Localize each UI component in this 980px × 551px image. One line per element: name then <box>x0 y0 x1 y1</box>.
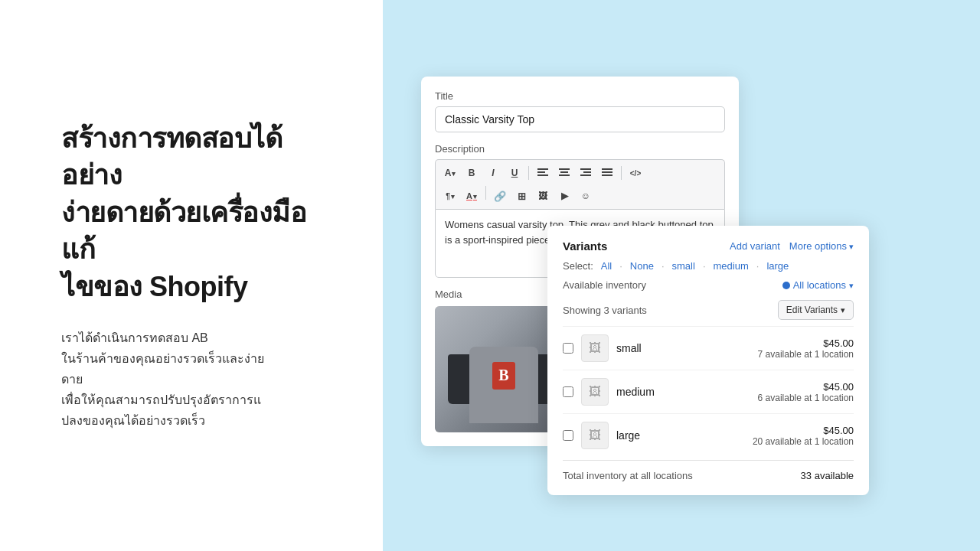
text-format-dropdown-icon <box>450 192 455 201</box>
toolbar-sep-3 <box>485 186 486 200</box>
heading-line3: ไขของ <box>61 271 142 302</box>
variant-checkbox-medium[interactable] <box>563 386 573 397</box>
align-left-btn[interactable] <box>533 163 553 183</box>
location-dot-icon <box>782 282 790 289</box>
svg-rect-4 <box>559 168 570 170</box>
jacket-sleeve-left <box>448 354 469 404</box>
total-inventory-label: Total inventory at all locations <box>563 470 693 481</box>
right-panel: Title Description A B I <box>383 0 980 551</box>
variant-stock-medium: 6 available at 1 location <box>758 393 854 403</box>
align-justify-btn[interactable] <box>597 163 617 183</box>
variant-price-info-small: $45.00 7 available at 1 location <box>758 337 854 360</box>
align-center-btn[interactable] <box>554 163 574 183</box>
variant-row-medium: 🖼 medium $45.00 6 available at 1 locatio… <box>563 370 854 413</box>
select-sep4: · <box>756 260 760 272</box>
svg-rect-0 <box>537 168 548 170</box>
variant-name-large: large <box>616 429 745 442</box>
description-toolbar: A B I U <box>435 159 725 209</box>
italic-btn[interactable]: I <box>483 163 503 183</box>
text-color-btn[interactable]: A <box>462 186 482 206</box>
inventory-row: Available inventory All locations <box>563 279 854 291</box>
svg-rect-8 <box>580 168 591 170</box>
left-content: สร้างการทดสอบได้อย่าง ง่ายดายด้วยเครื่อง… <box>61 120 337 432</box>
sub-line1: เราได้ดำเนินการทดสอบ AB <box>61 331 208 344</box>
more-options-btn[interactable]: More options <box>789 240 854 252</box>
variant-image-icon-small: 🖼 <box>589 341 601 355</box>
image-btn[interactable]: 🖼 <box>533 186 553 206</box>
svg-rect-12 <box>602 168 612 170</box>
code-btn[interactable]: </> <box>626 163 645 183</box>
align-right-icon <box>580 168 591 178</box>
variants-panel: Variants Add variant More options Select… <box>547 226 869 495</box>
link-btn[interactable]: 🔗 <box>490 186 510 206</box>
bold-btn[interactable]: B <box>462 163 482 183</box>
text-color-dropdown-icon <box>472 191 477 201</box>
heading-line1: สร้างการทดสอบได้อย่าง <box>61 122 282 191</box>
jacket-body: B <box>469 347 538 423</box>
select-sep2: · <box>662 260 665 272</box>
align-right-btn[interactable] <box>576 163 596 183</box>
sub-line4: เพื่อให้คุณสามารถปรับปรุงอัตราการแ <box>61 393 261 406</box>
letter-b: B <box>498 367 508 384</box>
variants-header: Variants Add variant More options <box>563 240 854 253</box>
paragraph-dropdown-icon <box>451 168 456 178</box>
main-heading: สร้างการทดสอบได้อย่าง ง่ายดายด้วยเครื่อง… <box>61 120 337 306</box>
underline-btn[interactable]: U <box>505 163 524 183</box>
all-locations-label: All locations <box>793 279 846 291</box>
variant-image-icon-large: 🖼 <box>589 429 601 442</box>
svg-rect-10 <box>580 174 591 176</box>
svg-rect-1 <box>537 171 545 173</box>
add-variant-btn[interactable]: Add variant <box>730 240 780 252</box>
align-center-icon <box>559 168 570 178</box>
select-sep1: · <box>619 260 622 272</box>
variant-price-info-large: $45.00 20 available at 1 location <box>753 425 854 447</box>
media-btn[interactable]: ▶ <box>554 186 574 206</box>
variant-name-medium: medium <box>616 386 750 398</box>
svg-rect-14 <box>602 174 612 176</box>
variant-price-medium: $45.00 <box>758 381 854 393</box>
variants-table-header: Showing 3 variants Edit Variants <box>563 300 854 320</box>
variant-row-large: 🖼 large $45.00 20 available at 1 locatio… <box>563 413 854 457</box>
select-row: Select: All · None · small · medium · la… <box>563 260 854 272</box>
description-label: Description <box>435 143 725 155</box>
emoji-btn[interactable]: ☺ <box>576 186 596 206</box>
toolbar-sep-2 <box>621 166 622 180</box>
edit-variants-btn[interactable]: Edit Variants <box>778 300 854 320</box>
select-all-link[interactable]: All <box>601 260 612 272</box>
select-small-link[interactable]: small <box>672 260 695 272</box>
available-inventory-label: Available inventory <box>563 279 646 291</box>
svg-rect-6 <box>559 174 570 176</box>
select-none-link[interactable]: None <box>630 260 654 272</box>
left-panel: สร้างการทดสอบได้อย่าง ง่ายดายด้วยเครื่อง… <box>0 0 383 551</box>
total-inventory-row: Total inventory at all locations 33 avai… <box>563 460 854 481</box>
all-locations-btn[interactable]: All locations <box>782 279 854 291</box>
showing-variants-label: Showing 3 variants <box>563 305 647 316</box>
variants-title: Variants <box>563 240 607 253</box>
sub-line3: ดาย <box>61 373 83 386</box>
jacket-body-wrapper: B <box>469 331 538 408</box>
paragraph-btn[interactable]: A <box>440 163 460 183</box>
svg-rect-9 <box>583 171 591 173</box>
select-label: Select: <box>563 260 593 272</box>
title-input[interactable] <box>435 106 725 132</box>
variant-price-large: $45.00 <box>753 425 854 436</box>
svg-rect-13 <box>602 171 612 173</box>
variants-actions: Add variant More options <box>730 240 854 252</box>
variant-row-small: 🖼 small $45.00 7 available at 1 location <box>563 326 854 370</box>
select-large-link[interactable]: large <box>766 260 789 272</box>
variant-thumb-large: 🖼 <box>581 422 609 449</box>
sub-line5: ปลงของคุณได้อย่างรวดเร็ว <box>61 414 205 427</box>
title-field-group: Title <box>435 90 725 132</box>
align-left-icon <box>537 168 548 178</box>
variant-thumb-medium: 🖼 <box>581 378 609 406</box>
svg-rect-5 <box>560 171 568 173</box>
text-format-btn[interactable]: ¶ <box>440 186 460 206</box>
toolbar-row-1: A B I U <box>440 163 645 183</box>
variant-checkbox-small[interactable] <box>563 343 573 354</box>
shopify-brand: Shopify <box>149 271 248 302</box>
variant-image-icon-medium: 🖼 <box>589 385 601 399</box>
select-medium-link[interactable]: medium <box>714 260 749 272</box>
table-btn[interactable]: ⊞ <box>511 186 531 206</box>
variant-checkbox-large[interactable] <box>563 430 573 441</box>
more-options-chevron-icon <box>849 240 854 252</box>
